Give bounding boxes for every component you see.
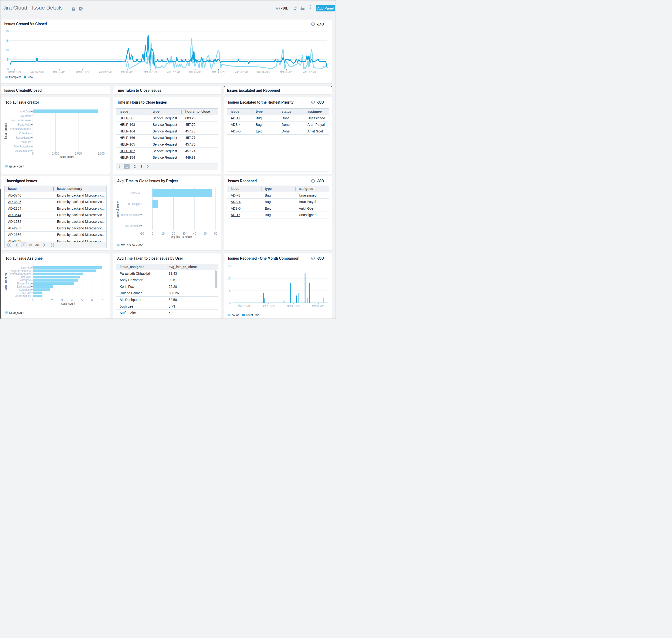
svg-text:Jay Jaffari: Jay Jaffari [20, 114, 31, 117]
svg-text:Mar 17 2020: Mar 17 2020 [280, 70, 293, 74]
svg-text:avg_hrs_to_close: avg_hrs_to_close [171, 235, 191, 238]
svg-text:Cullen Lam: Cullen Lam [19, 131, 31, 135]
svg-text:5: 5 [229, 289, 230, 293]
svg-text:Complete: Complete [9, 75, 21, 79]
svg-text:Mar 14 2020: Mar 14 2020 [212, 70, 225, 74]
svg-text:40: 40 [193, 232, 196, 236]
svg-text:1,000: 1,000 [52, 152, 59, 155]
svg-text:Krzysztof Kucharski: Krzysztof Kucharski [11, 118, 31, 122]
svg-text:count_30d: count_30d [246, 313, 259, 317]
svg-text:20: 20 [5, 29, 8, 33]
svg-text:60: 60 [214, 232, 217, 236]
svg-text:Ajit Deshpande: Ajit Deshpande [15, 149, 31, 152]
svg-text:Mar 18 2020: Mar 18 2020 [303, 70, 316, 74]
svg-text:avg_hrs_to_close: avg_hrs_to_close [121, 243, 143, 247]
svg-text:Mar 13 2020: Mar 13 2020 [189, 70, 202, 74]
svg-text:issue_count: issue_count [9, 164, 24, 168]
svg-text:Parasnath Chhabilal: Parasnath Chhabilal [10, 127, 31, 131]
svg-text:5: 5 [7, 58, 8, 62]
svg-text:3,000: 3,000 [98, 152, 105, 155]
svg-text:15: 15 [5, 38, 8, 43]
svg-text:0: 0 [152, 232, 153, 236]
svg-text:Mar 12 2020: Mar 12 2020 [167, 70, 179, 74]
svg-text:70: 70 [101, 298, 104, 302]
svg-text:app-dev-sumo: app-dev-sumo [125, 224, 140, 227]
svg-text:Bhanu Akella: Bhanu Akella [17, 122, 31, 126]
svg-text:15: 15 [227, 264, 230, 268]
svg-text:50: 50 [81, 298, 84, 302]
svg-text:Mar 09 2020: Mar 09 2020 [98, 70, 111, 74]
svg-text:issue_creator: issue_creator [4, 123, 7, 139]
svg-text:Mar 10 2020: Mar 10 2020 [121, 70, 134, 74]
svg-text:10: 10 [41, 298, 44, 302]
svg-text:-10: -10 [140, 232, 144, 236]
svg-text:Priya Rangachar: Priya Rangachar [14, 145, 31, 148]
svg-text:Ajit Deshpande: Ajit Deshpande [15, 294, 31, 298]
svg-text:Brian Goff: Brian Goff [20, 140, 31, 144]
svg-text:10: 10 [227, 276, 230, 281]
svg-text:issue_assignee: issue_assignee [4, 273, 7, 291]
svg-text:2,000: 2,000 [75, 152, 82, 155]
svg-text:Mar 08 2020: Mar 08 2020 [76, 70, 89, 74]
svg-text:0: 0 [229, 301, 230, 305]
svg-text:Mar 05 2020: Mar 05 2020 [7, 70, 21, 74]
svg-text:Mar 08 2020: Mar 08 2020 [287, 304, 300, 308]
svg-text:Human Resources: Human Resources [121, 213, 140, 216]
svg-text:Rohan Ganiga: Rohan Ganiga [16, 136, 31, 139]
svg-text:Mar 15 2020: Mar 15 2020 [235, 70, 248, 74]
svg-text:Mar 06 2020: Mar 06 2020 [31, 70, 44, 74]
svg-text:20: 20 [51, 298, 54, 302]
svg-text:50: 50 [203, 232, 206, 236]
svg-text:Mar 16 2020: Mar 16 2020 [312, 304, 325, 308]
svg-text:10: 10 [161, 232, 164, 236]
svg-text:Mar 07 2020: Mar 07 2020 [53, 70, 66, 74]
svg-text:project_name: project_name [116, 201, 119, 218]
svg-text:0: 0 [32, 298, 34, 302]
svg-text:IT-BusApps: IT-BusApps [128, 202, 140, 205]
svg-text:issue_count: issue_count [60, 155, 74, 159]
svg-text:Mar 11 2020: Mar 11 2020 [144, 70, 157, 74]
svg-text:issue_count: issue_count [9, 310, 24, 315]
svg-text:Feb 21 2020: Feb 21 2020 [237, 304, 249, 308]
svg-text:Mar 16 2020: Mar 16 2020 [257, 70, 270, 74]
svg-text:Ankit Goel: Ankit Goel [20, 110, 31, 113]
svg-text:Helpdesk: Helpdesk [130, 191, 140, 195]
svg-text:New: New [28, 75, 33, 79]
svg-text:10: 10 [5, 48, 8, 52]
svg-text:60: 60 [91, 298, 94, 302]
svg-text:issue_count: issue_count [61, 302, 75, 305]
svg-text:Feb 29 2020: Feb 29 2020 [262, 304, 275, 308]
svg-text:count: count [232, 313, 239, 317]
